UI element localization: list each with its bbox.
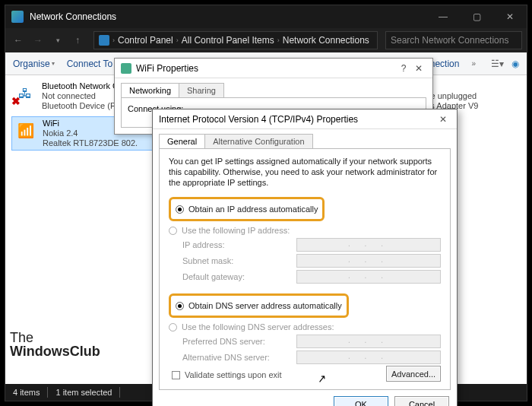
radio-dot-icon bbox=[176, 302, 184, 310]
ipv4-description: You can get IP settings assigned automat… bbox=[169, 157, 441, 188]
ipv4-dialog-close-icon[interactable]: ✕ bbox=[435, 114, 451, 125]
label-preferred-dns: Preferred DNS server: bbox=[182, 337, 296, 346]
label-subnet-mask: Subnet mask: bbox=[182, 256, 296, 265]
crumb-1[interactable]: Control Panel bbox=[118, 35, 173, 46]
tab-networking[interactable]: Networking bbox=[121, 83, 179, 97]
input-ip-address: . . . bbox=[296, 238, 441, 252]
wifi-icon: 📶 bbox=[14, 119, 38, 143]
status-selected: 1 item selected bbox=[55, 388, 112, 397]
input-default-gateway: . . . bbox=[296, 270, 441, 284]
back-button[interactable]: ← bbox=[10, 32, 27, 49]
wifi-dialog-title: WiFi Properties bbox=[136, 63, 198, 74]
advanced-button[interactable]: Advanced... bbox=[386, 366, 441, 382]
network-icon bbox=[11, 11, 24, 23]
radio-dot-icon bbox=[169, 227, 177, 235]
wifi-dialog-icon bbox=[121, 63, 131, 74]
highlight-dns-auto: Obtain DNS server address automatically bbox=[169, 293, 349, 318]
highlight-ip-auto: Obtain an IP address automatically bbox=[169, 197, 325, 221]
tab-alternative-config[interactable]: Alternative Configuration bbox=[204, 134, 312, 148]
wifi-dialog-close-icon[interactable]: ✕ bbox=[411, 63, 426, 74]
status-count: 4 items bbox=[13, 388, 40, 397]
search-placeholder: Search Network Connections bbox=[391, 35, 508, 46]
tab-general[interactable]: General bbox=[159, 134, 205, 148]
bluetooth-icon: 🖧✖ bbox=[13, 81, 37, 106]
radio-dns-auto[interactable]: Obtain DNS server address automatically bbox=[176, 301, 342, 310]
input-alternative-dns: . . . bbox=[296, 350, 441, 364]
overflow-icon[interactable]: » bbox=[471, 59, 476, 68]
watermark: The WindowsClub bbox=[10, 331, 100, 358]
input-subnet-mask: . . . bbox=[296, 254, 441, 268]
minimize-button[interactable]: — bbox=[426, 5, 460, 28]
organise-menu[interactable]: Organise▾ bbox=[13, 59, 55, 69]
ipv4-properties-dialog: Internet Protocol Version 4 (TCP/IPv4) P… bbox=[152, 109, 458, 406]
connect-to-button[interactable]: Connect To bbox=[67, 59, 113, 69]
ok-button[interactable]: OK bbox=[334, 396, 388, 406]
label-alternative-dns: Alternative DNS server: bbox=[182, 353, 296, 362]
checkbox-validate[interactable] bbox=[172, 371, 180, 379]
control-panel-icon bbox=[99, 35, 109, 46]
view-options-icon[interactable]: ☱▾ bbox=[491, 59, 504, 69]
recent-dropdown[interactable]: ▾ bbox=[49, 32, 66, 49]
label-ip-address: IP address: bbox=[182, 240, 296, 249]
window-title: Network Connections bbox=[30, 11, 426, 22]
titlebar: Network Connections — ▢ ✕ bbox=[5, 5, 527, 28]
label-default-gateway: Default gateway: bbox=[182, 272, 296, 281]
crumb-2[interactable]: All Control Panel Items bbox=[182, 35, 274, 46]
radio-dot-icon bbox=[169, 323, 177, 331]
breadcrumb[interactable]: › Control Panel › All Control Panel Item… bbox=[93, 31, 378, 49]
maximize-button[interactable]: ▢ bbox=[460, 5, 493, 28]
up-button[interactable]: ↑ bbox=[69, 32, 86, 49]
cancel-button[interactable]: Cancel bbox=[394, 396, 449, 406]
search-input[interactable]: Search Network Connections bbox=[385, 31, 522, 49]
radio-dot-icon bbox=[176, 205, 184, 214]
wifi-dialog-help-icon[interactable]: ? bbox=[396, 63, 411, 74]
help-icon[interactable]: ◉ bbox=[511, 59, 519, 69]
label-validate: Validate settings upon exit bbox=[185, 370, 282, 379]
radio-ip-auto[interactable]: Obtain an IP address automatically bbox=[176, 205, 318, 214]
close-button[interactable]: ✕ bbox=[493, 5, 527, 28]
radio-dns-manual[interactable]: Use the following DNS server addresses: bbox=[169, 322, 441, 331]
tab-sharing[interactable]: Sharing bbox=[179, 83, 224, 97]
navbar: ← → ▾ ↑ › Control Panel › All Control Pa… bbox=[5, 28, 527, 52]
ipv4-dialog-title: Internet Protocol Version 4 (TCP/IPv4) P… bbox=[159, 114, 358, 125]
input-preferred-dns: . . . bbox=[296, 335, 441, 348]
forward-button[interactable]: → bbox=[30, 32, 46, 49]
crumb-3[interactable]: Network Connections bbox=[283, 35, 369, 46]
radio-ip-manual[interactable]: Use the following IP address: bbox=[169, 226, 441, 235]
